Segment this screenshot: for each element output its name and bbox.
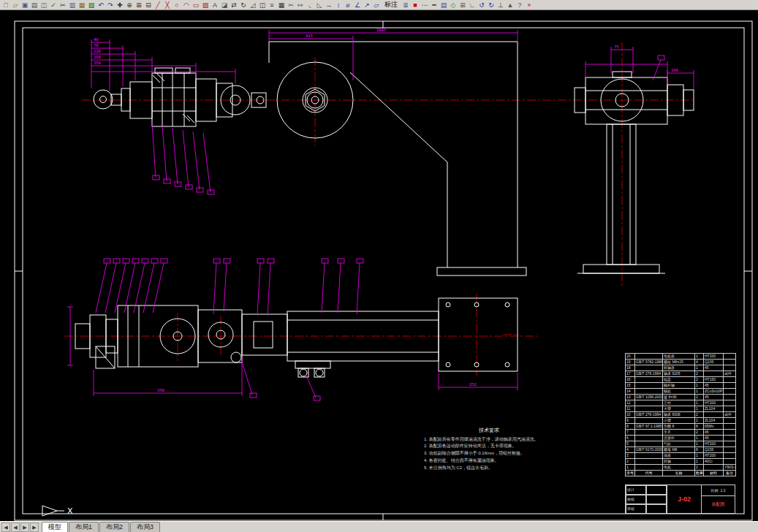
- tab-layout-1[interactable]: 布局1: [69, 522, 99, 532]
- parts-cell: 蜗杆轴: [663, 383, 695, 389]
- leader-icon[interactable]: ↗: [363, 1, 371, 10]
- cut-icon[interactable]: ✂: [58, 1, 67, 10]
- line-icon[interactable]: ╱: [154, 1, 162, 10]
- technical-notes: 技术要求 1. 装配前所有零件用煤油清洗干净，滚动轴承用汽油清洗。2. 装配后各…: [424, 426, 554, 472]
- tab-layout-2[interactable]: 布局2: [99, 522, 129, 532]
- parts-cell: 2: [695, 395, 704, 400]
- layers-icon[interactable]: ≣: [401, 1, 410, 10]
- paste-icon[interactable]: ▦: [77, 1, 86, 10]
- trim-icon[interactable]: ✂: [287, 1, 295, 10]
- layer-color-icon[interactable]: ■: [411, 1, 420, 10]
- tab-layout-3[interactable]: 布局3: [130, 522, 160, 532]
- drawing-canvas[interactable]: 1045 415 40 70 120 180 350 75 160 252 35…: [0, 10, 758, 521]
- parts-cell: [724, 447, 736, 453]
- save-icon[interactable]: ▣: [20, 1, 29, 10]
- chamfer-icon[interactable]: ◺: [315, 1, 324, 10]
- parts-cell: 气缸: [663, 441, 695, 447]
- fillet-icon[interactable]: ◟: [306, 1, 314, 10]
- parts-cell: [724, 441, 736, 447]
- tab-model[interactable]: 模型: [42, 522, 68, 532]
- lineweight-icon[interactable]: ━: [430, 1, 439, 10]
- tab-nav-arrow-2[interactable]: ▶: [20, 522, 29, 532]
- zoom-realtime-icon[interactable]: ⊕: [125, 1, 134, 10]
- zoom-window-icon[interactable]: ⊞: [134, 1, 143, 10]
- parts-cell: 1: [695, 406, 704, 412]
- spell-icon[interactable]: ✓: [49, 1, 58, 10]
- parts-cell: GB/T 6170-2000: [635, 447, 663, 453]
- move-icon[interactable]: ⇄: [230, 1, 238, 10]
- zoom-previous-icon[interactable]: ⊟: [144, 1, 153, 10]
- tab-nav-arrow-3[interactable]: ▶: [30, 522, 39, 532]
- dim-style-icon[interactable]: ▱: [372, 1, 381, 10]
- polyline-icon[interactable]: ╳: [163, 1, 172, 10]
- rotate-icon[interactable]: ↻: [239, 1, 248, 10]
- parts-row: 16端盖2HT150: [626, 377, 736, 383]
- view-bottom: [75, 298, 518, 377]
- copy-icon[interactable]: ▥: [68, 1, 77, 10]
- grid-icon[interactable]: ⊞: [458, 1, 467, 10]
- parts-cell: 1: [695, 436, 704, 441]
- text-icon[interactable]: A: [211, 1, 219, 10]
- dim-radius-icon[interactable]: ⌀: [344, 1, 352, 10]
- parts-cell: [724, 377, 736, 383]
- redraw-icon[interactable]: ↺: [477, 1, 486, 10]
- parts-cell: 18: [626, 365, 635, 371]
- hatch-icon[interactable]: ▨: [201, 1, 210, 10]
- help-icon[interactable]: ?: [515, 1, 524, 10]
- parts-row: 15蜗杆轴145: [626, 383, 736, 389]
- parts-cell: 4: [695, 360, 704, 365]
- dimension-label: 70: [94, 43, 99, 48]
- parts-cell: [724, 395, 736, 400]
- parts-cell: 65Mn: [704, 424, 724, 430]
- parts-row: 20电机座1HT200: [626, 354, 736, 360]
- regen-icon[interactable]: ↻: [487, 1, 496, 10]
- dimension-label: 180: [94, 55, 101, 59]
- match-properties-icon[interactable]: ▧: [87, 1, 96, 10]
- redo-icon[interactable]: ↷: [106, 1, 115, 10]
- parts-cell: 9: [626, 418, 635, 424]
- parts-cell: [704, 371, 724, 377]
- pan-icon[interactable]: ✚: [115, 1, 124, 10]
- parts-row: 12立柱1HT200: [626, 400, 736, 406]
- notes-lines: 1. 装配前所有零件用煤油清洗干净，滚动轴承用汽油清洗。2. 装配后各运动部件应…: [424, 436, 554, 472]
- dimensions: [67, 30, 694, 400]
- new-icon[interactable]: □: [1, 1, 10, 10]
- parts-cell: 45: [704, 430, 724, 436]
- parts-cell: 4: [626, 447, 635, 453]
- osnap-icon[interactable]: ◇: [449, 1, 458, 10]
- linetype-icon[interactable]: ⋯: [420, 1, 429, 10]
- rectangle-icon[interactable]: ▭: [192, 1, 200, 10]
- dim-angular-icon[interactable]: ∠: [353, 1, 362, 10]
- arc-icon[interactable]: ◠: [182, 1, 191, 10]
- parts-cell: ZL104: [704, 406, 724, 412]
- circle-icon[interactable]: ○: [173, 1, 181, 10]
- view-top-right: [575, 72, 694, 273]
- print-icon[interactable]: ▤: [30, 1, 39, 10]
- ucs-toggle-icon[interactable]: ⊥: [496, 1, 505, 10]
- scale-icon[interactable]: ◿: [249, 1, 257, 10]
- offset-icon[interactable]: ≡: [268, 1, 276, 10]
- ortho-icon[interactable]: ∟: [468, 1, 477, 10]
- undo-icon[interactable]: ↶: [96, 1, 105, 10]
- properties-icon[interactable]: ▤: [439, 1, 448, 10]
- tab-nav-arrow-0[interactable]: ◀: [1, 522, 10, 532]
- dim-vertical-icon[interactable]: ↕: [334, 1, 343, 10]
- array-icon[interactable]: ▦: [277, 1, 286, 10]
- mirror-icon[interactable]: ◫: [258, 1, 267, 10]
- preview-icon[interactable]: ◫: [39, 1, 48, 10]
- parts-cell: 15: [626, 383, 635, 389]
- parts-header-row: 序号代号名称数量材料备注: [626, 471, 736, 476]
- close-icon[interactable]: ×: [525, 1, 534, 10]
- scale-value: 1:2: [721, 488, 726, 493]
- open-icon[interactable]: ▱: [11, 1, 20, 10]
- view-top-icon[interactable]: ▲: [506, 1, 515, 10]
- parts-cell: 19: [626, 360, 635, 365]
- tab-nav-arrow-1[interactable]: ◀: [11, 522, 20, 532]
- parts-cell: 1: [695, 389, 704, 395]
- parts-cell: [635, 465, 663, 471]
- dim-linear-icon[interactable]: ↔: [325, 1, 333, 10]
- extend-icon[interactable]: ↦: [296, 1, 305, 10]
- parts-cell: [635, 354, 663, 360]
- parts-cell: 1: [695, 400, 704, 406]
- erase-icon[interactable]: ◪: [220, 1, 229, 10]
